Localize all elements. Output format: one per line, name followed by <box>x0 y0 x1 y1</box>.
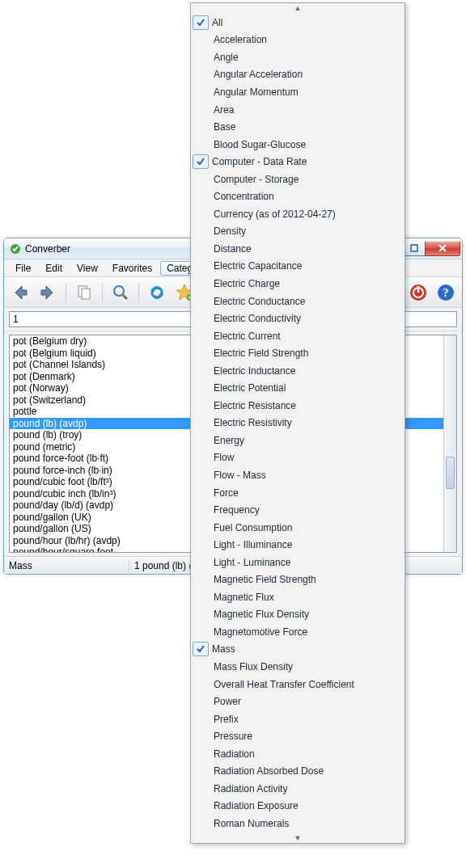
category-menu-item[interactable]: Distance <box>191 240 405 258</box>
category-menu-item[interactable]: Energy <box>191 432 405 449</box>
category-menu-item[interactable]: Mass Flux Density <box>191 658 405 676</box>
menu-edit[interactable]: Edit <box>39 261 69 276</box>
category-menu-item[interactable]: Fuel Consumption <box>191 519 405 537</box>
category-menu-item[interactable]: Roman Numerals <box>191 815 405 832</box>
category-menu-label: Computer - Data Rate <box>212 156 398 167</box>
category-menu-item[interactable]: Flow - Mass <box>191 466 405 484</box>
check-icon <box>193 154 209 169</box>
category-menu-item[interactable]: Area <box>191 101 405 119</box>
category-menu-item[interactable]: Magnetomotive Force <box>191 623 405 641</box>
toolbar-separator <box>66 283 66 302</box>
category-menu-label: Electric Current <box>214 331 398 342</box>
category-menu-item[interactable]: Computer - Storage <box>191 171 405 188</box>
category-menu-item[interactable]: Concentration <box>191 188 405 205</box>
category-menu-item[interactable]: Electric Current <box>191 327 405 345</box>
category-menu-item[interactable]: Acceleration <box>191 32 405 49</box>
category-menu-label: Magnetic Flux Density <box>214 609 398 620</box>
category-menu-label: Angular Acceleration <box>214 69 398 80</box>
copy-button[interactable] <box>73 281 95 304</box>
category-menu-item[interactable]: Electric Resistivity <box>191 415 405 432</box>
status-category: Mass <box>9 560 129 571</box>
maximize-button[interactable] <box>403 242 426 256</box>
scroll-down-arrow[interactable]: ▼ <box>191 833 405 843</box>
forward-button[interactable] <box>36 281 59 304</box>
svg-rect-4 <box>82 289 90 299</box>
category-menu-item[interactable]: Electric Conductance <box>191 293 405 310</box>
category-menu-label: Light - Illuminance <box>214 539 398 550</box>
category-menu-item[interactable]: Currency (as of 2012-04-27) <box>191 205 405 223</box>
category-menu-label: Currency (as of 2012-04-27) <box>214 209 398 220</box>
scroll-up-arrow[interactable]: ▲ <box>191 3 405 13</box>
category-menu-item[interactable]: Angular Acceleration <box>191 66 405 84</box>
category-menu-item[interactable]: Force <box>191 484 405 502</box>
category-menu-label: Base <box>214 121 398 133</box>
category-menu-item[interactable]: Electric Resistance <box>191 397 405 415</box>
category-menu-item[interactable]: Light - Luminance <box>191 554 405 571</box>
power-button[interactable] <box>407 281 430 304</box>
category-menu-label: Magnetomotive Force <box>214 626 398 638</box>
category-menu-item[interactable]: Overall Heat Transfer Coefficient <box>191 676 405 693</box>
category-menu-item[interactable]: Magnetic Flux Density <box>191 606 405 624</box>
category-menu-item[interactable]: All <box>191 14 405 32</box>
category-menu-item[interactable]: Computer - Data Rate <box>191 153 405 171</box>
category-menu-label: Area <box>214 104 398 116</box>
category-menu-item[interactable]: Magnetic Field Strength <box>191 571 405 589</box>
check-icon <box>193 15 209 30</box>
category-menu-item[interactable]: Electric Capacitance <box>191 258 405 276</box>
category-menu-label: Radiation Activity <box>214 783 398 794</box>
category-menu-item[interactable]: Flow <box>191 449 405 467</box>
category-menu-item[interactable]: Electric Charge <box>191 275 405 293</box>
category-menu-label: Prefix <box>214 714 398 725</box>
category-menu-item[interactable]: Frequency <box>191 501 405 519</box>
category-menu-item[interactable]: Radiation Activity <box>191 780 405 798</box>
category-menu-label: Electric Charge <box>214 278 398 289</box>
category-menu-item[interactable]: Blood Sugar-Glucose <box>191 136 405 154</box>
category-menu-item[interactable]: Radiation <box>191 745 405 763</box>
category-menu-item[interactable]: Angular Momentum <box>191 83 405 101</box>
category-menu-label: Fuel Consumption <box>214 522 398 533</box>
category-menu-label: Energy <box>214 435 398 446</box>
close-button[interactable] <box>425 242 460 256</box>
category-menu-item[interactable]: Density <box>191 223 405 241</box>
category-menu-label: Angle <box>214 52 398 63</box>
category-menu-item[interactable]: Radiation Exposure <box>191 798 405 815</box>
menu-view[interactable]: View <box>70 261 104 276</box>
scrollbar[interactable] <box>443 335 456 552</box>
category-menu-label: Electric Field Strength <box>214 348 398 359</box>
category-menu-label: Electric Conductance <box>214 296 398 307</box>
category-menu-item[interactable]: Light - Illuminance <box>191 536 405 554</box>
category-menu-label: Electric Potential <box>214 382 398 394</box>
category-menu-item[interactable]: Base <box>191 118 405 136</box>
help-button[interactable]: ? <box>434 281 457 304</box>
category-menu-label: Light - Luminance <box>214 557 398 568</box>
category-menu-label: Electric Conductivity <box>214 313 398 324</box>
category-menu-label: Electric Resistivity <box>214 417 398 428</box>
category-menu-item[interactable]: Electric Potential <box>191 379 405 397</box>
category-menu-item[interactable]: Radiation Absorbed Dose <box>191 763 405 781</box>
menu-file[interactable]: File <box>9 261 37 276</box>
category-menu-item[interactable]: Angle <box>191 48 405 66</box>
category-menu-item[interactable]: Power <box>191 693 405 710</box>
category-menu-item[interactable]: Electric Inductance <box>191 362 405 380</box>
category-menu-label: Magnetic Field Strength <box>214 574 398 585</box>
category-menu-label: Mass <box>212 643 398 655</box>
category-menu-label: Force <box>214 487 398 499</box>
scrollbar-thumb[interactable] <box>446 457 455 489</box>
category-menu-item[interactable]: Prefix <box>191 710 405 728</box>
category-menu-item[interactable]: Mass <box>191 641 405 659</box>
search-button[interactable] <box>109 281 132 304</box>
category-menu-item[interactable]: Electric Conductivity <box>191 310 405 327</box>
category-menu-label: Flow - Mass <box>214 470 398 481</box>
back-button[interactable] <box>9 281 32 304</box>
category-menu-label: All <box>212 17 398 28</box>
category-menu-item[interactable]: Magnetic Flux <box>191 588 405 606</box>
category-menu-item[interactable]: Electric Field Strength <box>191 344 405 362</box>
menu-favorites[interactable]: Favorites <box>106 261 159 276</box>
refresh-button[interactable] <box>146 281 168 304</box>
app-icon <box>9 242 22 255</box>
category-menu-item[interactable]: Pressure <box>191 727 405 745</box>
category-menu-label: Radiation Absorbed Dose <box>214 765 398 777</box>
category-menu-label: Pressure <box>214 731 398 742</box>
svg-text:?: ? <box>443 286 449 299</box>
category-menu-label: Distance <box>214 243 398 255</box>
